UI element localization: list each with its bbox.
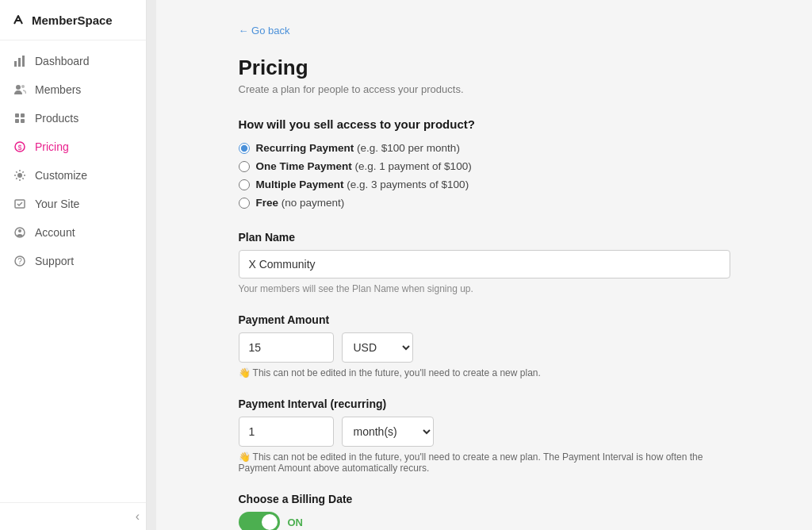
- radio-one-time-label: One Time Payment (e.g. 1 payment of $100…: [256, 160, 472, 172]
- logo-icon: [13, 13, 27, 27]
- svg-rect-7: [21, 113, 25, 117]
- svg-point-12: [17, 173, 22, 178]
- radio-one-time[interactable]: One Time Payment (e.g. 1 payment of $100…: [239, 160, 730, 172]
- plan-name-label: Plan Name: [239, 231, 730, 244]
- pricing-icon: $: [13, 140, 27, 154]
- currency-select[interactable]: USD EUR GBP CAD AUD: [342, 332, 413, 363]
- payment-interval-warning: 👋 This can not be edited in the future, …: [239, 451, 730, 474]
- sidebar-item-account[interactable]: Account: [0, 218, 146, 247]
- payment-amount-field: Payment Amount USD EUR GBP CAD AUD 👋 Thi…: [239, 313, 730, 378]
- billing-date-field: Choose a Billing Date ON 12345 678910 11…: [239, 493, 730, 530]
- interval-unit-select[interactable]: month(s) year(s): [342, 417, 434, 447]
- svg-text:$: $: [17, 144, 21, 152]
- radio-recurring-label: Recurring Payment (e.g. $100 per month): [256, 142, 460, 154]
- sidebar-item-label: Products: [35, 112, 79, 125]
- support-icon: ?: [13, 254, 27, 268]
- radio-recurring-input[interactable]: [239, 143, 250, 154]
- radio-free-label: Free (no payment): [256, 197, 345, 209]
- billing-toggle[interactable]: [239, 512, 280, 530]
- plan-name-input[interactable]: [239, 250, 730, 278]
- billing-date-label: Choose a Billing Date: [239, 493, 730, 505]
- svg-point-15: [18, 229, 21, 232]
- sidebar-divider: [147, 0, 156, 530]
- plan-name-field: Plan Name Your members will see the Plan…: [239, 231, 730, 294]
- sidebar-item-support[interactable]: ? Support: [0, 247, 146, 275]
- payment-amount-inputs: USD EUR GBP CAD AUD: [239, 332, 730, 363]
- sidebar-item-pricing[interactable]: $ Pricing: [0, 132, 146, 161]
- toggle-slider: [239, 512, 280, 530]
- amount-input[interactable]: [239, 332, 334, 363]
- radio-multiple-label: Multiple Payment (e.g. 3 payments of $10…: [256, 179, 469, 190]
- svg-rect-1: [14, 61, 17, 67]
- sidebar-item-customize[interactable]: Customize: [0, 161, 146, 190]
- sidebar-item-members[interactable]: Members: [0, 75, 146, 104]
- collapse-button[interactable]: ‹: [136, 509, 140, 524]
- svg-rect-8: [15, 119, 19, 123]
- sidebar-item-dashboard[interactable]: Dashboard: [0, 47, 146, 75]
- billing-toggle-row: ON: [239, 512, 730, 530]
- sidebar-item-label: Pricing: [35, 140, 69, 153]
- sidebar-item-products[interactable]: Products: [0, 104, 146, 132]
- sidebar-item-your-site[interactable]: Your Site: [0, 190, 146, 218]
- back-link[interactable]: ← Go back: [239, 25, 290, 36]
- svg-text:?: ?: [17, 257, 22, 266]
- interval-input[interactable]: [239, 417, 334, 447]
- page-subtitle: Create a plan for people to access your …: [239, 83, 730, 95]
- access-radio-group: Recurring Payment (e.g. $100 per month) …: [239, 142, 730, 209]
- radio-free[interactable]: Free (no payment): [239, 197, 730, 209]
- content-area: ← Go back Pricing Create a plan for peop…: [156, 0, 812, 530]
- radio-free-input[interactable]: [239, 198, 250, 209]
- svg-rect-9: [21, 119, 25, 123]
- site-icon: [13, 197, 27, 211]
- logo-text: MemberSpace: [32, 13, 113, 27]
- payment-amount-label: Payment Amount: [239, 313, 730, 326]
- plan-name-hint: Your members will see the Plan Name when…: [239, 283, 730, 294]
- toggle-label: ON: [288, 517, 304, 528]
- sidebar-item-label: Support: [35, 255, 74, 267]
- payment-interval-field: Payment Interval (recurring) month(s) ye…: [239, 398, 730, 474]
- account-icon: [13, 225, 27, 240]
- content-inner: ← Go back Pricing Create a plan for peop…: [207, 0, 762, 530]
- members-icon: [13, 83, 27, 97]
- svg-rect-3: [22, 56, 25, 67]
- payment-amount-warning: 👋 This can not be edited in the future, …: [239, 367, 730, 378]
- chart-icon: [13, 54, 27, 68]
- svg-point-4: [16, 85, 21, 90]
- access-section: How will you sell access to your product…: [239, 117, 730, 209]
- sidebar-item-label: Members: [35, 83, 81, 96]
- svg-rect-6: [15, 113, 19, 117]
- sidebar-item-label: Customize: [35, 169, 87, 182]
- products-icon: [13, 111, 27, 125]
- sidebar: MemberSpace Dashboard Members Products $…: [0, 0, 147, 530]
- payment-interval-label: Payment Interval (recurring): [239, 398, 730, 410]
- payment-interval-inputs: month(s) year(s): [239, 417, 730, 447]
- svg-point-5: [21, 85, 25, 88]
- radio-multiple-input[interactable]: [239, 179, 250, 190]
- page-title: Pricing: [239, 56, 730, 80]
- radio-multiple[interactable]: Multiple Payment (e.g. 3 payments of $10…: [239, 179, 730, 190]
- sidebar-nav: Dashboard Members Products $ Pricing Cus…: [0, 40, 146, 502]
- radio-recurring[interactable]: Recurring Payment (e.g. $100 per month): [239, 142, 730, 154]
- sidebar-item-label: Your Site: [35, 198, 79, 210]
- sidebar-item-label: Account: [35, 226, 75, 239]
- access-section-title: How will you sell access to your product…: [239, 117, 730, 131]
- sidebar-collapse-area: ‹: [0, 502, 146, 530]
- radio-one-time-input[interactable]: [239, 161, 250, 172]
- sidebar-item-label: Dashboard: [35, 55, 90, 67]
- customize-icon: [13, 168, 27, 182]
- svg-rect-2: [18, 58, 21, 67]
- logo: MemberSpace: [0, 0, 146, 40]
